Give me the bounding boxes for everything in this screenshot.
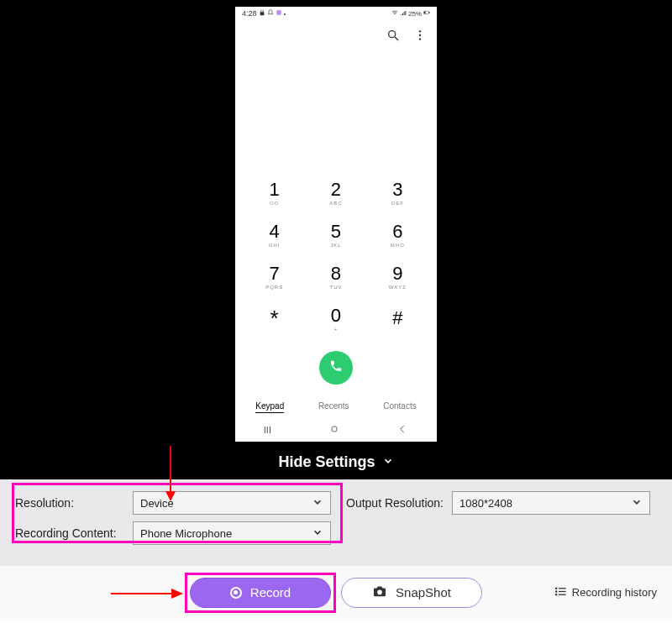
record-button[interactable]: Record <box>190 578 331 608</box>
record-button-wrap: Record <box>190 578 331 608</box>
svg-point-19 <box>555 590 556 591</box>
chevron-down-icon <box>312 496 323 510</box>
battery-icon <box>423 9 430 18</box>
phone-spacer <box>235 49 437 175</box>
tab-contacts[interactable]: Contacts <box>383 401 416 413</box>
svg-rect-0 <box>276 10 281 14</box>
dialer-keypad: 1OO 2ABC 3DEF 4GHI 5JKL 6MNO 7PQRS 8TUV … <box>235 175 437 343</box>
more-icon[interactable] <box>413 29 427 45</box>
bell-icon <box>267 9 274 18</box>
resolution-select[interactable]: Device <box>133 491 331 515</box>
app-root: 4:28 • 25% 1 <box>0 0 672 623</box>
key-1[interactable]: 1OO <box>249 175 300 212</box>
recording-content-label: Recording Content: <box>15 526 133 540</box>
phone-status-bar: 4:28 • 25% <box>235 7 437 18</box>
list-icon <box>554 585 567 600</box>
key-3[interactable]: 3DEF <box>372 175 423 212</box>
svg-marker-13 <box>171 589 183 599</box>
signal-icon <box>400 9 407 18</box>
status-time: 4:28 <box>242 9 257 18</box>
key-7[interactable]: 7PQRS <box>249 259 300 296</box>
screen-mirror-viewport: 4:28 • 25% 1 <box>0 0 672 447</box>
annotation-arrow-right <box>111 586 183 601</box>
recording-content-select[interactable]: Phone Microphone <box>133 521 331 545</box>
setting-row-resolution: Resolution: Device Output Resolution: 10… <box>15 491 657 515</box>
key-6[interactable]: 6MNO <box>372 217 423 254</box>
svg-rect-2 <box>429 12 430 13</box>
phone-mockup: 4:28 • 25% 1 <box>235 7 437 442</box>
call-button[interactable] <box>319 351 353 385</box>
resolution-value: Device <box>140 497 174 510</box>
call-button-row <box>235 351 437 385</box>
settings-panel: Resolution: Device Output Resolution: 10… <box>0 479 672 565</box>
output-resolution-select[interactable]: 1080*2408 <box>452 491 650 515</box>
chevron-down-icon <box>312 526 323 541</box>
key-8[interactable]: 8TUV <box>311 259 361 296</box>
snapshot-button-label: SnapShot <box>396 585 451 599</box>
svg-point-6 <box>419 30 421 32</box>
svg-point-18 <box>555 588 556 589</box>
app-icon <box>276 9 282 18</box>
phone-tabs: Keypad Recents Contacts <box>235 395 437 418</box>
recording-history-link[interactable]: Recording history <box>554 585 657 600</box>
tab-recents[interactable]: Recents <box>318 401 349 413</box>
record-button-label: Record <box>250 585 291 599</box>
output-resolution-label: Output Resolution: <box>346 496 452 510</box>
svg-rect-3 <box>424 12 425 13</box>
search-icon[interactable] <box>386 29 400 45</box>
back-icon[interactable] <box>396 423 408 437</box>
key-9[interactable]: 9WXYZ <box>372 259 423 296</box>
key-2[interactable]: 2ABC <box>311 175 361 212</box>
svg-point-14 <box>377 590 382 595</box>
key-0[interactable]: 0+ <box>311 301 361 338</box>
record-icon <box>230 587 242 599</box>
svg-point-20 <box>555 594 556 594</box>
hide-settings-toggle[interactable]: Hide Settings <box>278 453 393 471</box>
home-icon[interactable] <box>328 423 340 437</box>
hide-settings-label: Hide Settings <box>278 453 375 471</box>
phone-icon <box>329 359 343 376</box>
phone-nav-bar: III <box>235 418 437 442</box>
snapshot-button[interactable]: SnapShot <box>341 578 482 608</box>
setting-row-recording-content: Recording Content: Phone Microphone <box>15 521 657 545</box>
camera-icon <box>372 585 387 599</box>
key-5[interactable]: 5JKL <box>311 217 361 254</box>
lock-icon <box>259 9 265 18</box>
dot-icon: • <box>284 10 286 18</box>
tab-keypad[interactable]: Keypad <box>255 401 284 413</box>
resolution-label: Resolution: <box>15 496 133 510</box>
output-resolution-value: 1080*2408 <box>459 497 512 510</box>
key-hash[interactable]: # <box>372 301 423 338</box>
chevron-down-icon <box>382 453 394 471</box>
key-star[interactable]: * <box>249 301 300 338</box>
wifi-icon <box>391 9 398 18</box>
hide-settings-row: Hide Settings <box>0 447 672 479</box>
svg-point-7 <box>419 34 421 36</box>
svg-line-5 <box>395 37 398 40</box>
phone-top-bar <box>235 18 437 49</box>
recording-history-label: Recording history <box>572 586 657 599</box>
button-bar: Record SnapShot Recording history <box>0 565 672 619</box>
svg-point-8 <box>419 38 421 39</box>
recording-content-value: Phone Microphone <box>140 527 232 540</box>
recent-apps-icon[interactable]: III <box>264 425 271 435</box>
svg-point-4 <box>389 31 396 38</box>
status-battery: 25% <box>408 10 422 18</box>
chevron-down-icon <box>631 496 643 510</box>
svg-rect-9 <box>332 427 337 432</box>
key-4[interactable]: 4GHI <box>249 217 300 254</box>
